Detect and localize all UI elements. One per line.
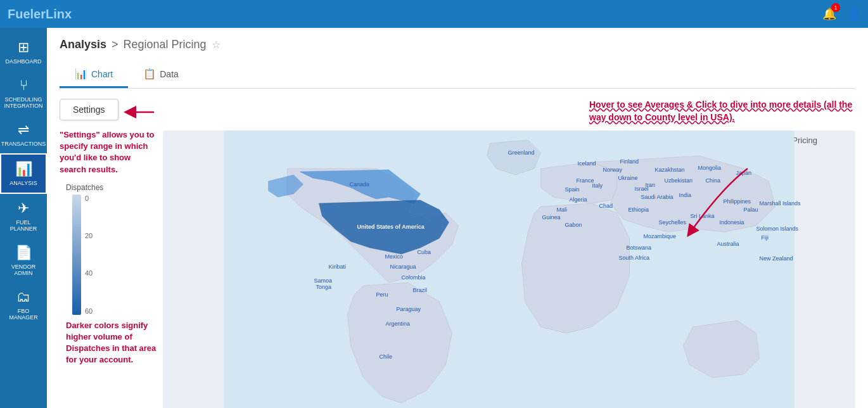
user-icon[interactable]: 👤: [846, 7, 860, 21]
svg-text:Argentina: Argentina: [386, 321, 411, 327]
svg-text:Gabon: Gabon: [565, 222, 582, 228]
scale-label-40: 40: [85, 269, 93, 277]
callout-settings: "Settings" allows you to specify range i…: [60, 129, 158, 175]
svg-text:Mongolia: Mongolia: [698, 165, 722, 171]
vendor-admin-icon: 📄: [15, 245, 32, 261]
svg-text:Cuba: Cuba: [418, 249, 431, 255]
sidebar-item-fbo-manager[interactable]: 🗂 FBO MANAGER: [0, 283, 47, 327]
svg-text:Kiribati: Kiribati: [329, 264, 347, 270]
topbar: FuelerLinx 🔔 1 👤: [0, 0, 868, 28]
chart-tab-label: Chart: [91, 69, 113, 79]
svg-text:Spain: Spain: [565, 186, 580, 193]
svg-text:Tonga: Tonga: [316, 284, 332, 290]
svg-text:Iran: Iran: [646, 182, 656, 188]
settings-row: Settings: [60, 99, 158, 125]
svg-text:South Africa: South Africa: [619, 255, 650, 261]
svg-text:Saudi Arabia: Saudi Arabia: [641, 194, 673, 200]
svg-text:Botswana: Botswana: [627, 245, 652, 251]
svg-text:New Zealand: New Zealand: [760, 255, 793, 262]
logo-fueler: Fueler: [8, 7, 46, 21]
svg-text:Nicaragua: Nicaragua: [390, 264, 416, 270]
chart-map-panel: Settings "Settings" allows you to specif…: [60, 99, 855, 408]
svg-text:Fiji: Fiji: [762, 234, 769, 241]
callout-darker: Darker colors signify higher volume of D…: [66, 320, 158, 366]
svg-text:Chile: Chile: [380, 354, 393, 360]
notification-badge: 1: [831, 3, 840, 12]
sidebar-item-vendor-admin[interactable]: 📄 VENDOR ADMIN: [0, 238, 47, 283]
sidebar-label-dashboard: DASHBOARD: [5, 58, 41, 65]
svg-text:Uzbekistan: Uzbekistan: [665, 177, 693, 184]
dispatch-label: Dispatches: [66, 183, 158, 192]
breadcrumb-section: Analysis: [60, 38, 106, 51]
fuel-planner-icon: ✈: [18, 200, 29, 217]
map-container: Regional Pricing: [163, 131, 855, 408]
settings-arrow: [124, 103, 155, 121]
sidebar-item-scheduling[interactable]: ⑂ SCHEDULING INTEGRATION: [0, 71, 47, 115]
bar-scale-area: 0 20 40 60: [60, 194, 158, 315]
dispatch-bar: [72, 194, 81, 315]
tab-chart[interactable]: 📊 Chart: [60, 61, 128, 88]
svg-text:Australia: Australia: [717, 241, 739, 247]
svg-text:India: India: [679, 192, 692, 198]
svg-text:Indonesia: Indonesia: [720, 219, 744, 226]
sidebar-label-vendor-admin: VENDOR ADMIN: [3, 264, 44, 276]
svg-text:Finland: Finland: [620, 158, 639, 165]
svg-text:Mali: Mali: [557, 207, 568, 213]
breadcrumb-separator: >: [112, 38, 118, 51]
settings-button[interactable]: Settings: [60, 99, 118, 120]
sidebar: ⊞ DASHBOARD ⑂ SCHEDULING INTEGRATION ⇌ T…: [0, 28, 47, 408]
sidebar-label-fuel-planner: FUEL PLANNER: [3, 219, 44, 232]
sidebar-item-dashboard[interactable]: ⊞ DASHBOARD: [0, 33, 47, 71]
main-content: Analysis > Regional Pricing ☆ 📊 Chart 📋 …: [47, 28, 868, 408]
svg-text:Peru: Peru: [376, 291, 388, 298]
app-logo: FuelerLinx: [8, 7, 72, 22]
svg-text:Norway: Norway: [603, 167, 623, 173]
svg-text:France: France: [577, 177, 594, 184]
tabs-bar: 📊 Chart 📋 Data: [60, 61, 855, 89]
svg-text:Iceland: Iceland: [578, 160, 596, 167]
svg-text:Philippines: Philippines: [724, 198, 751, 205]
notification-bell[interactable]: 🔔 1: [822, 7, 836, 21]
svg-text:Brazil: Brazil: [413, 287, 428, 293]
svg-text:Mozambique: Mozambique: [644, 233, 677, 239]
svg-text:Samoa: Samoa: [314, 277, 333, 284]
svg-text:Japan: Japan: [736, 170, 752, 176]
callout-hover: Hover to see Averages & Click to dive in…: [589, 99, 855, 124]
data-tab-icon: 📋: [143, 68, 156, 80]
analysis-icon: 📊: [15, 161, 32, 177]
data-tab-label: Data: [160, 69, 179, 79]
sidebar-item-transactions[interactable]: ⇌ TRANSACTIONS: [0, 115, 47, 153]
svg-text:China: China: [706, 177, 721, 184]
svg-text:Seychelles: Seychelles: [659, 219, 687, 226]
svg-text:Marshall Islands: Marshall Islands: [760, 200, 801, 207]
sidebar-item-fuel-planner[interactable]: ✈ FUEL PLANNER: [0, 194, 47, 238]
sidebar-label-fbo-manager: FBO MANAGER: [3, 308, 44, 321]
svg-text:Mexico: Mexico: [385, 253, 404, 260]
svg-text:Ethiopia: Ethiopia: [629, 207, 649, 213]
chart-tab-icon: 📊: [75, 68, 87, 80]
scale-label-0: 0: [85, 194, 93, 202]
scale-labels: 0 20 40 60: [85, 194, 93, 315]
fbo-manager-icon: 🗂: [16, 289, 30, 305]
sidebar-item-analysis[interactable]: 📊 ANALYSIS: [0, 153, 47, 194]
world-map-svg: Greenland Iceland Finland Norway Canada …: [163, 131, 855, 408]
svg-text:Colombia: Colombia: [402, 274, 426, 281]
svg-text:Sri Lanka: Sri Lanka: [691, 213, 715, 219]
breadcrumb-star[interactable]: ☆: [212, 39, 220, 51]
svg-text:Italy: Italy: [592, 182, 603, 189]
sidebar-label-transactions: TRANSACTIONS: [1, 141, 46, 147]
svg-text:United States of America: United States of America: [357, 224, 425, 230]
svg-text:Paraguay: Paraguay: [397, 306, 421, 312]
left-panel: Settings "Settings" allows you to specif…: [60, 99, 158, 408]
scale-label-60: 60: [85, 307, 93, 315]
svg-text:Greenland: Greenland: [508, 150, 535, 156]
svg-text:Ukraine: Ukraine: [618, 175, 638, 181]
svg-text:Palau: Palau: [744, 207, 758, 213]
tab-data[interactable]: 📋 Data: [128, 61, 194, 88]
breadcrumb: Analysis > Regional Pricing ☆: [60, 38, 855, 51]
svg-text:Canada: Canada: [350, 181, 370, 188]
svg-text:Solomon Islands: Solomon Islands: [756, 226, 799, 232]
dashboard-icon: ⊞: [18, 39, 29, 56]
transactions-icon: ⇌: [18, 122, 29, 138]
svg-text:Kazakhstan: Kazakhstan: [655, 167, 685, 173]
